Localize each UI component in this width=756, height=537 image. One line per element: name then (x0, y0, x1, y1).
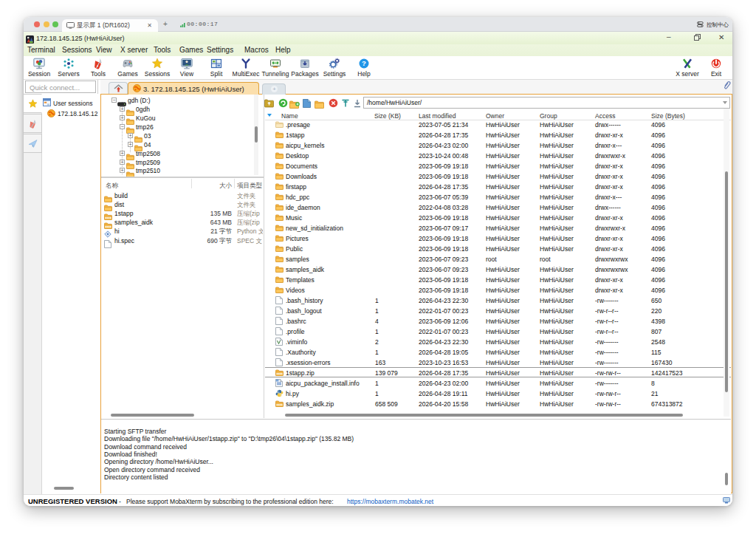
svg-text:?: ? (362, 59, 366, 67)
